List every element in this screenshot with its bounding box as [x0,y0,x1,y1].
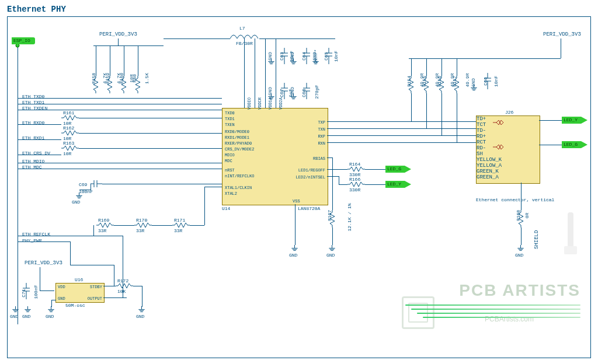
power-peri-vdd-2: PERI_VDD_3V3 [543,32,581,37]
cap-c63 [280,48,288,64]
sheet-title: Ethernet PHY [7,5,66,14]
resistor-R164 [347,167,365,172]
svg-point-0 [16,44,19,47]
power-peri-vdd-1: PERI_VDD_3V3 [99,32,137,37]
schematic-page: Ethernet PHY ESP_IO PERI_VDD_3V3 PERI_VD… [0,0,598,364]
power-peri-vdd-3: PERI_VDD_3V3 [25,260,62,266]
cap-c65 [325,48,333,64]
desc-j26: Ethernet connector, vertical [476,197,554,202]
resistor-R166 [347,182,365,187]
ic-lan8720a: TXD0 TXD1 TXEN RXD0/MODE0 RXD1/MODE1 RXE… [222,108,328,205]
resistor-R163 [61,146,79,150]
part-lan8720a: LAN8720A [298,206,320,211]
gnd-icon [76,192,83,198]
net-phy-pwr: PHY_PWR [22,238,42,243]
port-esp-io: ESP_IO [12,37,35,44]
watermark-brush-icon [552,212,587,294]
resistor-R169 [96,223,114,228]
resistor-R162 [61,131,79,135]
refdes-u14: U14 [222,206,230,211]
resistor-R161 [61,116,79,120]
esp-io-bus [18,44,18,324]
ic-50m-osc: VDD STDBY GND OUTPUT [55,283,105,303]
resistor-R170 [134,223,152,228]
connector-j26: TD+ TCT TD- RD+ RCT RD- SH YELLOW_K YELL… [476,116,540,184]
refdes-j26: J26 [505,110,513,115]
resistor-R172 [116,284,133,288]
resistor-R171 [172,223,190,228]
cap-c64 [303,48,311,64]
